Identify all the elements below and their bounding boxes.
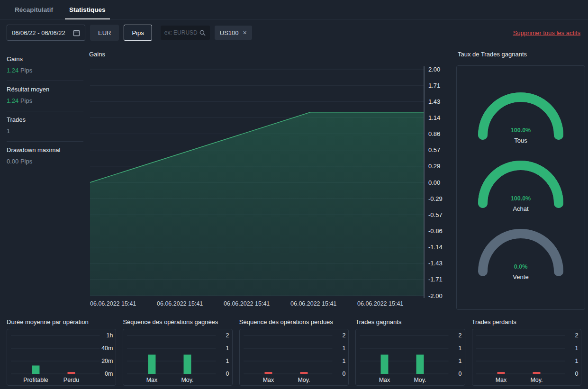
asset-chip-us100[interactable]: US100 × xyxy=(215,26,252,40)
mini-chart-panel: 2110MaxMoy. xyxy=(239,329,349,386)
bottom-charts-row: Durée moyenne par opération 1h40m20m0mPr… xyxy=(7,318,581,386)
mini-chart-panel: 1h40m20m0mProfitablePerdu xyxy=(7,329,116,386)
stat-item: Gains1.24 Pips xyxy=(7,51,83,81)
gauge-label: Achat xyxy=(513,205,528,212)
x-axis-label: 06.06.2022 15:41 xyxy=(290,300,336,307)
svg-text:1: 1 xyxy=(342,358,345,364)
unit-pips-button[interactable]: Pips xyxy=(124,25,152,41)
calendar-icon xyxy=(73,29,80,36)
winning-trades-bar-chart: 2110MaxMoy. xyxy=(356,329,464,385)
svg-text:Max: Max xyxy=(263,377,274,383)
mini-chart-winning-trades: Trades gagnants 2110MaxMoy. xyxy=(355,318,465,386)
currency-eur-button[interactable]: EUR xyxy=(90,25,119,41)
winning-streak-bar-chart: 2110MaxMoy. xyxy=(123,329,232,385)
svg-text:1.14: 1.14 xyxy=(428,114,440,121)
svg-text:1: 1 xyxy=(342,345,345,352)
svg-text:Profitable: Profitable xyxy=(23,377,48,383)
svg-text:1: 1 xyxy=(459,358,462,364)
losing-streak-bar-chart: 2110MaxMoy. xyxy=(240,329,348,385)
date-range-input[interactable]: 06/06/22 - 06/06/22 xyxy=(7,25,85,41)
gauge-vente: 0.0%Vente xyxy=(471,226,570,280)
x-axis-label: 06.06.2022 15:41 xyxy=(157,300,203,307)
mini-chart-panel: 2110MaxMoy. xyxy=(355,329,465,386)
svg-text:2: 2 xyxy=(226,332,229,339)
svg-text:1: 1 xyxy=(575,358,578,364)
mini-chart-winning-streak: Séquence des opérations gagnées 2110MaxM… xyxy=(123,318,232,386)
mini-chart-title: Durée moyenne par opération xyxy=(7,318,116,328)
stat-value: 1 xyxy=(7,127,83,135)
tab-recapitulatif[interactable]: Récapitulatif xyxy=(7,0,61,19)
svg-text:Moy.: Moy. xyxy=(181,377,194,383)
search-icon xyxy=(199,30,206,36)
gauge-label: Vente xyxy=(513,273,528,280)
stat-label: Trades xyxy=(7,116,83,123)
stat-item: Trades1 xyxy=(7,111,83,142)
svg-text:0: 0 xyxy=(342,371,345,377)
mini-chart-title: Séquence des opérations perdues xyxy=(239,318,349,328)
svg-text:1.71: 1.71 xyxy=(428,82,440,89)
tab-bar: Récapitulatif Statistiques xyxy=(0,0,588,19)
stat-label: Drawdown maximal xyxy=(7,146,83,154)
svg-text:0: 0 xyxy=(226,371,229,377)
gains-chart-title: Gains xyxy=(89,51,449,58)
svg-text:1: 1 xyxy=(575,345,578,352)
x-axis-label: 06.06.2022 15:41 xyxy=(90,300,136,307)
svg-text:0m: 0m xyxy=(105,371,113,377)
asset-search-input[interactable] xyxy=(164,29,199,36)
mini-chart-panel: 2110MaxMoy. xyxy=(472,329,581,386)
gauge-arc: 100.0% xyxy=(471,90,570,141)
remove-all-assets-link[interactable]: Supprimer tous les actifs xyxy=(513,29,580,36)
svg-text:-0.57: -0.57 xyxy=(428,211,443,218)
svg-text:Max: Max xyxy=(146,377,158,383)
svg-text:2: 2 xyxy=(459,332,462,339)
gains-area-chart: 2.001.711.431.140.860.570.290.00-0.29-0.… xyxy=(89,66,448,299)
svg-text:40m: 40m xyxy=(101,345,113,352)
mini-chart-losing-streak: Séquence des opérations perdues 2110MaxM… xyxy=(239,318,349,386)
gauge-arc: 0.0% xyxy=(471,226,570,277)
svg-text:Max: Max xyxy=(379,377,390,383)
stat-item: Drawdown maximal0.00 Pips xyxy=(7,142,83,172)
date-range-value: 06/06/22 - 06/06/22 xyxy=(12,29,65,36)
asset-search xyxy=(161,26,210,40)
asset-chip-label: US100 xyxy=(220,29,239,36)
svg-text:-2.00: -2.00 xyxy=(428,292,443,299)
stat-label: Résultat moyen xyxy=(7,86,83,93)
svg-text:-0.29: -0.29 xyxy=(428,195,443,202)
gains-chart-panel: Gains 2.001.711.431.140.860.570.290.00-0… xyxy=(89,51,449,309)
svg-text:Moy.: Moy. xyxy=(530,377,543,383)
mini-chart-losing-trades: Trades perdants 2110MaxMoy. xyxy=(472,318,581,386)
gauge-label: Tous xyxy=(514,137,527,144)
svg-text:1h: 1h xyxy=(107,332,113,339)
win-rate-panel: Taux de Trades gagnants 100.0%Tous100.0%… xyxy=(456,51,585,310)
gauge-achat: 100.0%Achat xyxy=(471,158,570,212)
win-rate-gauges: 100.0%Tous100.0%Achat0.0%Vente xyxy=(456,65,585,310)
chip-close-icon[interactable]: × xyxy=(243,29,247,36)
svg-text:0.57: 0.57 xyxy=(428,146,440,154)
svg-text:1.43: 1.43 xyxy=(428,98,440,105)
svg-text:0.00: 0.00 xyxy=(428,179,440,186)
svg-text:-0.86: -0.86 xyxy=(428,227,443,235)
svg-text:0.86: 0.86 xyxy=(428,130,440,137)
gauge-tous: 100.0%Tous xyxy=(471,90,570,144)
stats-summary: Gains1.24 PipsRésultat moyen1.24 PipsTra… xyxy=(7,51,83,172)
stat-value: 1.24 Pips xyxy=(7,67,83,74)
svg-text:Perdu: Perdu xyxy=(63,377,79,383)
mini-chart-avg-duration: Durée moyenne par opération 1h40m20m0mPr… xyxy=(7,318,116,386)
tab-statistiques[interactable]: Statistiques xyxy=(61,0,114,19)
svg-text:20m: 20m xyxy=(101,358,113,364)
mini-chart-title: Séquence des opérations gagnées xyxy=(123,318,232,328)
mini-chart-panel: 2110MaxMoy. xyxy=(123,329,232,386)
mini-chart-title: Trades gagnants xyxy=(355,318,465,328)
x-axis-label: 06.06.2022 15:41 xyxy=(224,300,270,307)
svg-text:2: 2 xyxy=(575,332,578,339)
svg-text:0: 0 xyxy=(575,371,578,377)
svg-text:-1.43: -1.43 xyxy=(428,260,443,267)
svg-text:100.0%: 100.0% xyxy=(511,195,531,202)
svg-text:Moy.: Moy. xyxy=(298,377,310,383)
svg-text:0: 0 xyxy=(459,371,462,377)
svg-text:2: 2 xyxy=(342,332,345,339)
mini-chart-title: Trades perdants xyxy=(472,318,581,328)
x-axis-label: 06.06.2022 15:41 xyxy=(357,300,403,307)
gains-x-axis-labels: 06.06.2022 15:4106.06.2022 15:4106.06.20… xyxy=(89,300,449,309)
svg-text:0.29: 0.29 xyxy=(428,163,440,170)
